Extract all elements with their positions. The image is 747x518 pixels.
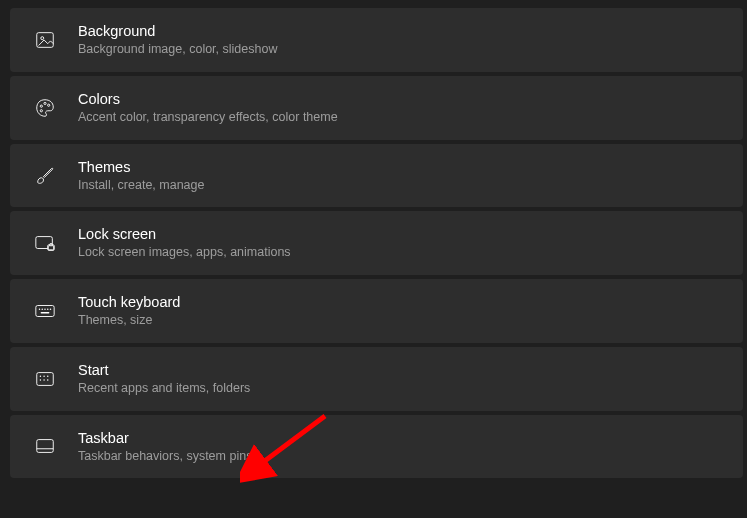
row-title: Lock screen — [78, 225, 291, 243]
row-desc: Accent color, transparency effects, colo… — [78, 110, 338, 126]
row-desc: Lock screen images, apps, animations — [78, 245, 291, 261]
settings-row-themes[interactable]: Themes Install, create, manage — [10, 144, 743, 208]
svg-rect-9 — [36, 305, 54, 316]
svg-point-4 — [48, 104, 50, 106]
svg-point-2 — [40, 105, 42, 107]
settings-row-background[interactable]: Background Background image, color, slid… — [10, 8, 743, 72]
start-grid-icon — [24, 368, 66, 390]
lock-screen-icon — [24, 232, 66, 254]
row-title: Touch keyboard — [78, 293, 180, 311]
row-desc: Recent apps and items, folders — [78, 381, 250, 397]
palette-icon — [24, 97, 66, 119]
row-title: Colors — [78, 90, 338, 108]
svg-point-1 — [41, 37, 44, 40]
row-desc: Background image, color, slideshow — [78, 42, 277, 58]
row-title: Background — [78, 22, 277, 40]
svg-point-5 — [40, 109, 42, 111]
row-title: Start — [78, 361, 250, 379]
settings-row-colors[interactable]: Colors Accent color, transparency effect… — [10, 76, 743, 140]
svg-rect-16 — [37, 372, 54, 385]
image-icon — [24, 29, 66, 51]
settings-row-start[interactable]: Start Recent apps and items, folders — [10, 347, 743, 411]
svg-point-3 — [44, 102, 46, 104]
row-desc: Install, create, manage — [78, 178, 204, 194]
keyboard-icon — [24, 300, 66, 322]
taskbar-icon — [24, 435, 66, 457]
row-desc: Taskbar behaviors, system pins — [78, 449, 252, 465]
settings-row-touch-keyboard[interactable]: Touch keyboard Themes, size — [10, 279, 743, 343]
brush-icon — [24, 164, 66, 186]
row-title: Themes — [78, 158, 204, 176]
settings-row-taskbar[interactable]: Taskbar Taskbar behaviors, system pins — [10, 415, 743, 479]
row-desc: Themes, size — [78, 313, 180, 329]
row-title: Taskbar — [78, 429, 252, 447]
svg-rect-23 — [37, 440, 54, 453]
settings-row-lock-screen[interactable]: Lock screen Lock screen images, apps, an… — [10, 211, 743, 275]
